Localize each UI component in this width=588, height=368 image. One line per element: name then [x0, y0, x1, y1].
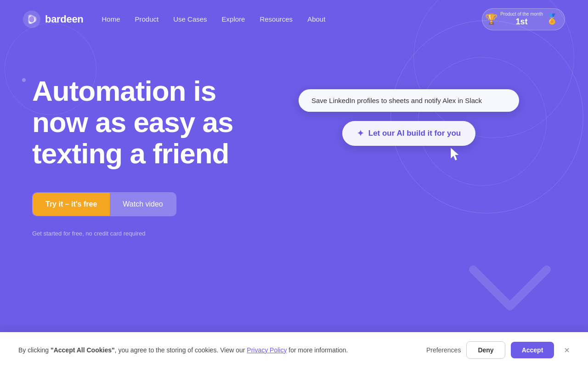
- nav-links: Home Product Use Cases Explore Resources…: [102, 15, 325, 23]
- deco-chevron: [469, 260, 551, 317]
- logo-text: bardeen: [45, 13, 83, 25]
- laurel-left-icon: 🏆: [485, 13, 498, 25]
- nav-product[interactable]: Product: [135, 15, 159, 23]
- prompt-input-bar[interactable]: Save LinkedIn profiles to sheets and not…: [299, 89, 519, 112]
- cta-wrapper: Try it – it's free Watch video: [32, 192, 176, 216]
- deny-button[interactable]: Deny: [466, 341, 505, 359]
- svg-point-1: [29, 16, 34, 22]
- nav-use-cases[interactable]: Use Cases: [173, 15, 207, 23]
- accept-button[interactable]: Accept: [511, 342, 554, 358]
- hero-heading: Automation is now as easy as texting a f…: [32, 75, 262, 170]
- close-cookie-button[interactable]: ×: [564, 345, 570, 355]
- watch-video-button[interactable]: Watch video: [110, 193, 175, 216]
- prompt-text: Save LinkedIn profiles to sheets and not…: [311, 97, 482, 104]
- logo-icon: [23, 11, 40, 28]
- hero-right: Save LinkedIn profiles to sheets and not…: [262, 75, 556, 146]
- cursor-icon: [449, 147, 462, 162]
- cookie-actions: Preferences Deny Accept ×: [426, 341, 570, 359]
- laurel-right-icon: 🏅: [546, 13, 558, 25]
- cookie-text: By clicking "Accept All Cookies", you ag…: [18, 345, 413, 355]
- sparkle-icon: ✦: [357, 128, 364, 138]
- cookie-text-end: for more information.: [287, 346, 348, 354]
- ai-build-label: Let our AI build it for you: [368, 129, 461, 138]
- hero-left: Automation is now as easy as texting a f…: [32, 75, 262, 237]
- badge-rank: 1st: [500, 17, 543, 27]
- nav-about[interactable]: About: [307, 15, 325, 23]
- badge-title: Product of the month: [500, 12, 543, 17]
- hero-section: Automation is now as easy as texting a f…: [0, 39, 588, 237]
- product-badge: 🏆 Product of the month 1st 🏅: [482, 8, 565, 30]
- cookie-banner: By clicking "Accept All Cookies", you ag…: [0, 332, 588, 368]
- hero-subtext: Get started for free, no credit card req…: [32, 230, 262, 237]
- nav-explore[interactable]: Explore: [222, 15, 245, 23]
- try-it-button[interactable]: Try it – it's free: [33, 193, 110, 216]
- deco-ring-large: [390, 20, 583, 213]
- nav-resources[interactable]: Resources: [260, 15, 293, 23]
- ai-build-button[interactable]: ✦ Let our AI build it for you: [342, 121, 475, 146]
- cookie-text-middle: , you agree to the storing of cookies. V…: [115, 346, 247, 354]
- cookie-bold-text: "Accept All Cookies": [51, 346, 115, 354]
- hero-buttons: Try it – it's free Watch video: [32, 192, 262, 216]
- preferences-button[interactable]: Preferences: [426, 346, 461, 354]
- ai-build-wrapper: ✦ Let our AI build it for you: [342, 121, 475, 146]
- logo[interactable]: bardeen: [23, 11, 83, 28]
- privacy-policy-link[interactable]: Privacy Policy: [247, 346, 287, 354]
- cookie-text-before: By clicking: [18, 346, 51, 354]
- nav-home[interactable]: Home: [102, 15, 120, 23]
- cursor-indicator: [449, 147, 462, 164]
